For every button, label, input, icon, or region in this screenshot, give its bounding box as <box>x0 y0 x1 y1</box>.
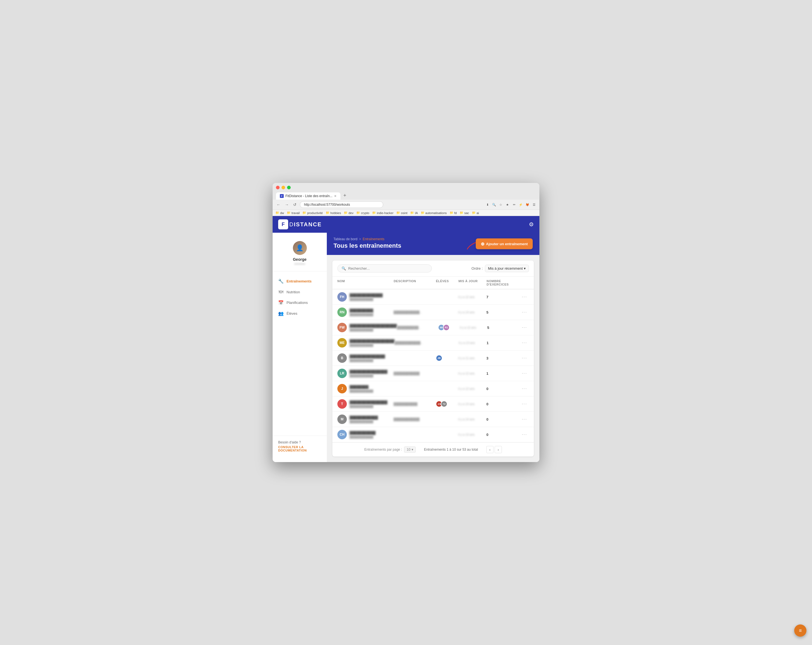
settings-icon[interactable]: ⚙ <box>529 221 534 228</box>
content-area: 🔍 Ordre : Mis à jour récemment ▾ <box>327 255 539 462</box>
bookmark-dw[interactable]: 📁 dw <box>275 211 284 215</box>
per-page-select[interactable]: 10 ▾ <box>404 446 415 452</box>
col-mis-a-jour: MIS À JOUR <box>458 280 487 286</box>
tab-close-icon[interactable]: ✕ <box>334 194 337 198</box>
cell-name: FW ████████████████████ ████████████ <box>337 323 397 332</box>
cell-date: il y a 13 ans <box>459 341 487 344</box>
search-input[interactable] <box>348 266 428 271</box>
refresh-button[interactable]: ↺ <box>292 202 298 207</box>
folder-icon: 📁 <box>287 211 291 215</box>
close-button[interactable] <box>276 186 279 190</box>
row-avatar: LR <box>337 368 347 378</box>
chat-fab-button[interactable]: ≡ <box>794 624 806 637</box>
forward-button[interactable]: → <box>284 202 290 207</box>
bookmark-indie-hacker[interactable]: 📁 indie-hacker <box>372 211 394 215</box>
row-actions-button[interactable]: ··· <box>520 324 529 330</box>
table-row[interactable]: T ████████████████ ████████████ ████████… <box>332 396 534 412</box>
row-actions-button[interactable]: ··· <box>520 416 529 422</box>
bookmark-automatisations[interactable]: 📁 automatisations <box>421 211 447 215</box>
new-tab-button[interactable]: + <box>341 191 348 200</box>
table-row[interactable]: M ████████████ ████████████ ████████████… <box>332 412 534 427</box>
sidebar-item-nutrition[interactable]: 🍽 Nutrition <box>273 287 327 297</box>
row-actions-button[interactable]: ··· <box>520 370 529 376</box>
eleve-avatar: JB <box>436 355 443 361</box>
next-page-button[interactable]: › <box>495 446 502 453</box>
bookmark-label: IA <box>415 211 418 215</box>
folder-icon: 📁 <box>410 211 414 215</box>
cell-eleves: JB <box>436 355 458 361</box>
sidebar-item-label: Entraînements <box>287 279 311 283</box>
nav-items: 🔧 Entraînements 🍽 Nutrition 📅 Planificat… <box>273 271 327 436</box>
bookmark-fd[interactable]: 📁 fd <box>450 211 457 215</box>
name-info: ██████████ ████████████ <box>350 309 373 316</box>
table-row[interactable]: LR ████████████████ ████████████ ███████… <box>332 366 534 381</box>
ext-icon-3: ☆ <box>498 202 503 207</box>
table-row[interactable]: ME ███████████████████ ████████████ ████… <box>332 335 534 351</box>
workout-date-created: ████████████ <box>350 359 385 362</box>
workout-date-created: ████████████ <box>350 390 373 393</box>
cell-date: il y a 13 ans <box>458 433 486 436</box>
cell-actions: ··· <box>520 386 529 392</box>
folder-icon: 📁 <box>344 211 348 215</box>
workout-date-created: ████████████ <box>350 313 373 316</box>
sidebar-item-eleves[interactable]: 👥 Élèves <box>273 308 327 319</box>
add-entrainement-button[interactable]: ⊕ Ajouter un entraînement <box>476 238 533 249</box>
help-link[interactable]: CONSULTER LA DOCUMENTATION <box>278 445 321 452</box>
row-actions-button[interactable]: ··· <box>520 355 529 361</box>
row-actions-button[interactable]: ··· <box>520 294 529 300</box>
back-button[interactable]: ← <box>275 202 281 207</box>
bookmark-productivite[interactable]: 📁 productivité <box>302 211 323 215</box>
table-row[interactable]: FH ██████████████ ████████████ il y a 12… <box>332 289 534 305</box>
breadcrumb-home[interactable]: Tableau de bord <box>333 237 357 241</box>
search-box: 🔍 <box>337 264 432 272</box>
name-info: ████████ ████████████ <box>350 385 373 393</box>
row-actions-button[interactable]: ··· <box>520 431 529 438</box>
row-actions-button[interactable]: ··· <box>520 386 529 392</box>
order-section: Ordre : Mis à jour récemment ▾ <box>472 265 529 272</box>
url-bar[interactable]: http://localhost:57700/workouts <box>300 201 383 208</box>
browser-chrome: F FitDistance - Liste des entraîn... ✕ + <box>273 183 539 200</box>
order-select[interactable]: Mis à jour récemment ▾ <box>485 265 529 272</box>
ext-icon-8: ☰ <box>532 202 537 207</box>
workouts-table: NOM DESCRIPTION ÉLÈVES MIS À JOUR NOMBRE… <box>332 277 534 442</box>
workout-name: ███████████ <box>350 431 376 435</box>
bookmark-travail[interactable]: 📁 travail <box>287 211 299 215</box>
name-info: ███████████ ████████████ <box>350 431 376 439</box>
minimize-button[interactable] <box>281 186 285 190</box>
active-tab[interactable]: F FitDistance - Liste des entraîn... ✕ <box>276 193 340 200</box>
ext-icon-5: ✏ <box>511 202 517 207</box>
table-row[interactable]: RN ██████████ ████████████ ████████████.… <box>332 305 534 320</box>
bookmark-ia[interactable]: 📁 IA <box>410 211 418 215</box>
tab-title: FitDistance - Liste des entraîn... <box>285 194 332 198</box>
bookmark-sac[interactable]: 📁 sac <box>459 211 469 215</box>
table-row[interactable]: FW ████████████████████ ████████████ ███… <box>332 320 534 335</box>
ext-icon-1: ⬇ <box>485 202 490 207</box>
maximize-button[interactable] <box>287 186 291 190</box>
row-actions-button[interactable]: ··· <box>520 401 529 407</box>
row-actions-button[interactable]: ··· <box>520 309 529 315</box>
cell-name: LR ████████████████ ████████████ <box>337 368 394 378</box>
cell-name: B ███████████████ ████████████ <box>337 353 394 363</box>
workout-date-created: ████████████ <box>350 328 397 332</box>
name-info: ████████████████████ ████████████ <box>350 324 397 332</box>
table-row[interactable]: B ███████████████ ████████████ JBil y a … <box>332 351 534 366</box>
sidebar-item-planifications[interactable]: 📅 Planifications <box>273 297 327 308</box>
name-info: ████████████ ████████████ <box>350 416 378 423</box>
prev-page-button[interactable]: ‹ <box>486 446 493 453</box>
bookmark-dev[interactable]: 📁 dev <box>344 211 354 215</box>
add-button-label: Ajouter un entraînement <box>486 242 528 246</box>
bookmark-crypto[interactable]: 📁 crypto <box>356 211 369 215</box>
bookmark-ai[interactable]: 📁 ai <box>472 211 479 215</box>
bookmark-osint[interactable]: 📁 osint <box>396 211 408 215</box>
bookmark-label: productivité <box>307 211 323 215</box>
table-row[interactable]: J ████████ ████████████ il y a 12 ans0 ·… <box>332 381 534 396</box>
row-actions-button[interactable]: ··· <box>520 340 529 346</box>
cell-description: ███████████ <box>394 402 436 406</box>
bookmark-hobbies[interactable]: 📁 hobbies <box>326 211 341 215</box>
cell-description: ████████████ <box>394 417 436 421</box>
table-row[interactable]: CH ███████████ ████████████ il y a 13 an… <box>332 427 534 442</box>
search-order-bar: 🔍 Ordre : Mis à jour récemment ▾ <box>332 260 534 277</box>
sidebar-item-label: Planifications <box>287 301 308 305</box>
sidebar-item-entrainements[interactable]: 🔧 Entraînements <box>273 276 327 287</box>
ext-icon-6: ⚡ <box>518 202 523 207</box>
